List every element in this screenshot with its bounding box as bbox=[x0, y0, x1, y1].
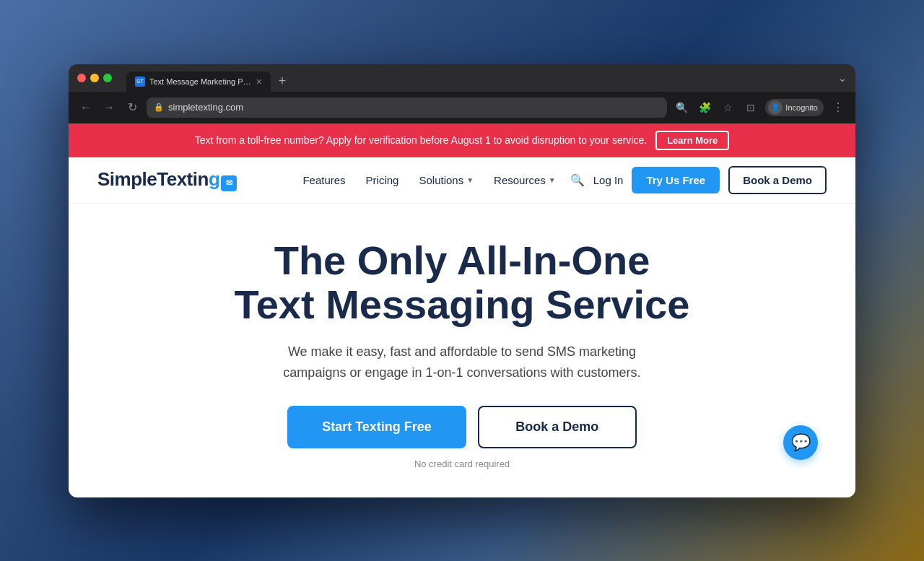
chat-bubble-button[interactable]: 💬 bbox=[783, 425, 818, 460]
try-free-button[interactable]: Try Us Free bbox=[632, 167, 720, 193]
bookmark-icon[interactable]: ☆ bbox=[719, 99, 736, 116]
title-bar-right: ⌄ bbox=[838, 72, 847, 84]
browser-menu-icon[interactable]: ⋮ bbox=[829, 99, 847, 116]
solutions-dropdown-arrow: ▼ bbox=[466, 176, 474, 184]
resources-dropdown-arrow: ▼ bbox=[549, 176, 556, 184]
lock-icon: 🔒 bbox=[154, 103, 164, 112]
split-view-icon[interactable]: ⊡ bbox=[742, 99, 759, 116]
tab-title: Text Message Marketing Platfo... bbox=[149, 77, 252, 86]
learn-more-button[interactable]: Learn More bbox=[655, 131, 729, 150]
banner-text: Text from a toll-free number? Apply for … bbox=[195, 134, 647, 146]
extensions-icon[interactable]: 🧩 bbox=[696, 99, 713, 116]
hero-book-demo-button[interactable]: Book a Demo bbox=[478, 406, 637, 448]
site-nav: SimpleTexting Features Pricing Solutions… bbox=[69, 157, 855, 204]
tab-area: ST Text Message Marketing Platfo... × + bbox=[126, 64, 292, 92]
nav-features[interactable]: Features bbox=[302, 174, 345, 186]
nav-resources[interactable]: Resources ▼ bbox=[494, 174, 556, 186]
tab-favicon: ST bbox=[135, 77, 145, 87]
hero-subtitle: We make it easy, fast and affordable to … bbox=[274, 342, 650, 383]
avatar: 👤 bbox=[768, 100, 783, 115]
profile-button[interactable]: 👤 Incognito bbox=[765, 99, 824, 116]
nav-actions: 🔍 Log In Try Us Free Book a Demo bbox=[570, 166, 827, 194]
start-texting-button[interactable]: Start Texting Free bbox=[287, 406, 466, 448]
hero-cta: Start Texting Free Book a Demo bbox=[287, 406, 637, 448]
url-bar[interactable]: 🔒 simpletexting.com bbox=[147, 97, 667, 118]
tab-close-button[interactable]: × bbox=[256, 76, 262, 87]
maximize-window-button[interactable] bbox=[103, 74, 112, 82]
login-link[interactable]: Log In bbox=[593, 174, 624, 186]
forward-button[interactable]: → bbox=[100, 99, 118, 116]
search-extension-icon[interactable]: 🔍 bbox=[673, 99, 690, 116]
new-tab-button[interactable]: + bbox=[272, 71, 292, 92]
logo-text: SimpleTexting bbox=[97, 168, 237, 191]
chevron-down-icon: ⌄ bbox=[838, 72, 847, 84]
minimize-window-button[interactable] bbox=[90, 74, 99, 82]
active-tab[interactable]: ST Text Message Marketing Platfo... × bbox=[126, 71, 271, 92]
no-credit-card-text: No credit card required bbox=[414, 458, 510, 469]
logo-icon bbox=[221, 175, 237, 191]
url-text: simpletexting.com bbox=[168, 102, 243, 113]
logo: SimpleTexting bbox=[97, 168, 237, 191]
site-body: SimpleTexting Features Pricing Solutions… bbox=[69, 157, 855, 497]
back-button[interactable]: ← bbox=[77, 99, 95, 116]
nav-search-icon[interactable]: 🔍 bbox=[570, 173, 585, 187]
nav-links: Features Pricing Solutions ▼ Resources ▼ bbox=[302, 174, 555, 186]
toolbar-icons: 🔍 🧩 ☆ ⊡ 👤 Incognito ⋮ bbox=[673, 99, 847, 116]
reload-button[interactable]: ↻ bbox=[123, 99, 141, 116]
hero-section: The Only All-In-One Text Messaging Servi… bbox=[69, 204, 855, 497]
announcement-banner: Text from a toll-free number? Apply for … bbox=[69, 123, 855, 157]
traffic-lights bbox=[77, 74, 112, 82]
hero-title: The Only All-In-One Text Messaging Servi… bbox=[235, 238, 690, 327]
page-content: Text from a toll-free number? Apply for … bbox=[69, 123, 855, 497]
title-bar: ST Text Message Marketing Platfo... × + … bbox=[69, 64, 855, 92]
nav-solutions[interactable]: Solutions ▼ bbox=[419, 174, 474, 186]
close-window-button[interactable] bbox=[77, 74, 86, 82]
url-bar-row: ← → ↻ 🔒 simpletexting.com 🔍 🧩 ☆ ⊡ 👤 Inco… bbox=[69, 92, 855, 123]
nav-book-demo-button[interactable]: Book a Demo bbox=[728, 166, 827, 194]
profile-label: Incognito bbox=[785, 103, 818, 112]
nav-pricing[interactable]: Pricing bbox=[366, 174, 399, 186]
